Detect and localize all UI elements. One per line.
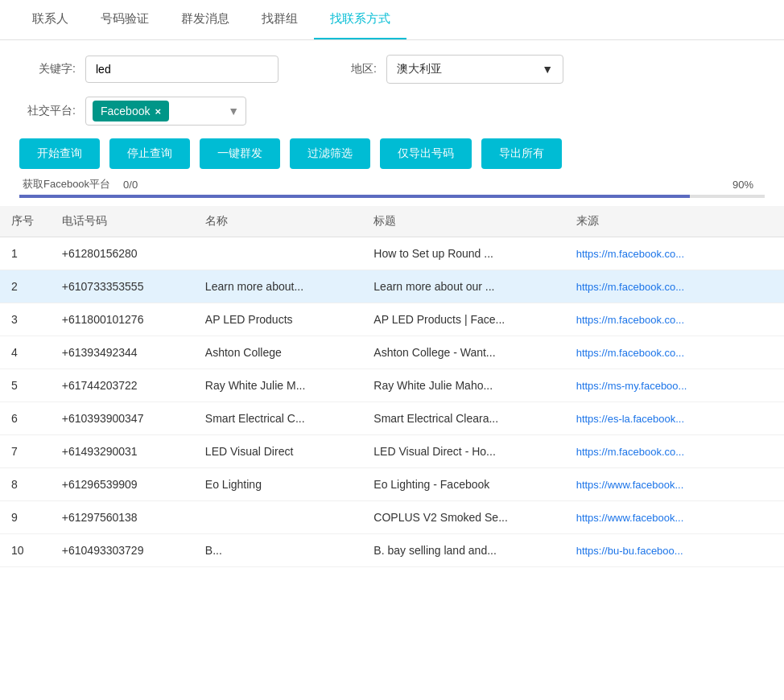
col-header-name: 名称 [194,206,362,237]
platform-dropdown-arrow: ▼ [228,105,239,117]
cell-phone: +61393492344 [51,336,194,369]
stop-query-button[interactable]: 停止查询 [109,138,190,169]
cell-name [194,237,362,270]
cell-source[interactable]: https://www.facebook... [565,468,784,501]
progress-bar-fill [19,195,690,198]
cell-seq: 4 [0,336,51,369]
progress-count: 0/0 [123,179,138,191]
form-area: 关键字: 地区: 澳大利亚 ▼ 社交平台: Facebook × ▼ 开始查询 … [0,40,784,206]
tab-broadcast[interactable]: 群发消息 [165,0,246,39]
table-row[interactable]: 7+61493290031LED Visual DirectLED Visual… [0,435,784,468]
table-row[interactable]: >2+610733353555Learn more about...Learn … [0,270,784,303]
filter-button[interactable]: 过滤筛选 [290,138,370,169]
cell-title: Ashton College - Want... [362,336,564,369]
cell-seq: 1 [0,237,51,270]
cell-phone: +61296539909 [51,468,194,501]
cell-title: Ray White Julie Maho... [362,369,564,402]
platform-tag-close[interactable]: × [155,105,161,117]
tab-verify[interactable]: 号码验证 [85,0,165,39]
region-label: 地区: [320,62,377,76]
cell-name: LED Visual Direct [194,435,362,468]
cell-name: Ashton College [194,336,362,369]
cell-title: AP LED Products | Face... [362,303,564,336]
cell-name [194,501,362,534]
progress-row: 获取Facebook平台 0/0 90% [19,177,765,191]
cell-phone: +610393900347 [51,402,194,435]
platform-label: 社交平台: [19,104,76,118]
col-header-source: 来源 [565,206,784,237]
cell-title: Smart Electrical Cleara... [362,402,564,435]
table-row[interactable]: 6+610393900347Smart Electrical C...Smart… [0,402,784,435]
region-value: 澳大利亚 [397,62,442,76]
cell-phone: +61280156280 [51,237,194,270]
region-dropdown-arrow: ▼ [542,63,553,76]
cell-phone: +610733353555 [51,270,194,303]
cell-title: COPLUS V2 Smoked Se... [362,501,564,534]
cell-seq: 5 [0,369,51,402]
progress-label: 获取Facebook平台 [23,177,110,191]
cell-name: AP LED Products [194,303,362,336]
cell-title: LED Visual Direct - Ho... [362,435,564,468]
cell-title: B. bay selling land and... [362,534,564,567]
cell-source[interactable]: https://m.facebook.co... [565,303,784,336]
table-row[interactable]: 10+610493303729B...B. bay selling land a… [0,534,784,567]
cell-source[interactable]: https://m.facebook.co... [565,435,784,468]
tab-contacts[interactable]: 联系人 [16,0,85,39]
cell-title: Eo Lighting - Facebook [362,468,564,501]
table-row[interactable]: 8+61296539909Eo LightingEo Lighting - Fa… [0,468,784,501]
cell-source[interactable]: https://m.facebook.co... [565,270,784,303]
nav-tabs: 联系人 号码验证 群发消息 找群组 找联系方式 [0,0,784,40]
cell-name: Smart Electrical C... [194,402,362,435]
col-header-phone: 电话号码 [51,206,194,237]
col-header-title: 标题 [362,206,564,237]
action-buttons: 开始查询 停止查询 一键群发 过滤筛选 仅导出号码 导出所有 [19,138,765,169]
cell-seq: 7 [0,435,51,468]
cell-seq: >2 [0,270,51,303]
tab-findgroup[interactable]: 找群组 [246,0,314,39]
cell-phone: +61493290031 [51,435,194,468]
cell-source[interactable]: https://ms-my.faceboo... [565,369,784,402]
cell-source[interactable]: https://m.facebook.co... [565,336,784,369]
platform-selector[interactable]: Facebook × ▼ [85,97,246,126]
cell-source[interactable]: https://www.facebook... [565,501,784,534]
export-phone-button[interactable]: 仅导出号码 [380,138,472,169]
table-row[interactable]: 3+611800101276AP LED ProductsAP LED Prod… [0,303,784,336]
cell-phone: +61297560138 [51,501,194,534]
export-all-button[interactable]: 导出所有 [481,138,562,169]
cell-source[interactable]: https://m.facebook.co... [565,237,784,270]
cell-name: B... [194,534,362,567]
cell-seq: 10 [0,534,51,567]
cell-seq: 8 [0,468,51,501]
region-select[interactable]: 澳大利亚 ▼ [386,55,563,84]
table-row[interactable]: 4+61393492344Ashton CollegeAshton Colleg… [0,336,784,369]
results-table-wrapper: 序号 电话号码 名称 标题 来源 1+61280156280How to Set… [0,206,784,567]
cell-name: Learn more about... [194,270,362,303]
cell-name: Ray White Julie M... [194,369,362,402]
cell-phone: +611800101276 [51,303,194,336]
cell-source[interactable]: https://bu-bu.faceboo... [565,534,784,567]
progress-percent: 90% [732,179,761,191]
cell-name: Eo Lighting [194,468,362,501]
table-header-row: 序号 电话号码 名称 标题 来源 [0,206,784,237]
table-row[interactable]: 5+61744203722Ray White Julie M...Ray Whi… [0,369,784,402]
cell-title: How to Set up Round ... [362,237,564,270]
table-row[interactable]: 9+61297560138COPLUS V2 Smoked Se...https… [0,501,784,534]
results-table: 序号 电话号码 名称 标题 来源 1+61280156280How to Set… [0,206,784,567]
cell-title: Learn more about our ... [362,270,564,303]
table-row[interactable]: 1+61280156280How to Set up Round ...http… [0,237,784,270]
keyword-row: 关键字: 地区: 澳大利亚 ▼ [19,55,765,84]
tab-findcontact[interactable]: 找联系方式 [314,0,406,39]
cell-phone: +61744203722 [51,369,194,402]
platform-row: 社交平台: Facebook × ▼ [19,97,765,126]
cell-source[interactable]: https://es-la.facebook... [565,402,784,435]
start-query-button[interactable]: 开始查询 [19,138,100,169]
cell-seq: 9 [0,501,51,534]
progress-bar [19,195,765,198]
keyword-input[interactable] [85,56,279,83]
cell-seq: 6 [0,402,51,435]
keyword-label: 关键字: [19,62,76,76]
col-header-seq: 序号 [0,206,51,237]
broadcast-button[interactable]: 一键群发 [200,138,280,169]
platform-tag: Facebook × [93,101,169,121]
cell-seq: 3 [0,303,51,336]
